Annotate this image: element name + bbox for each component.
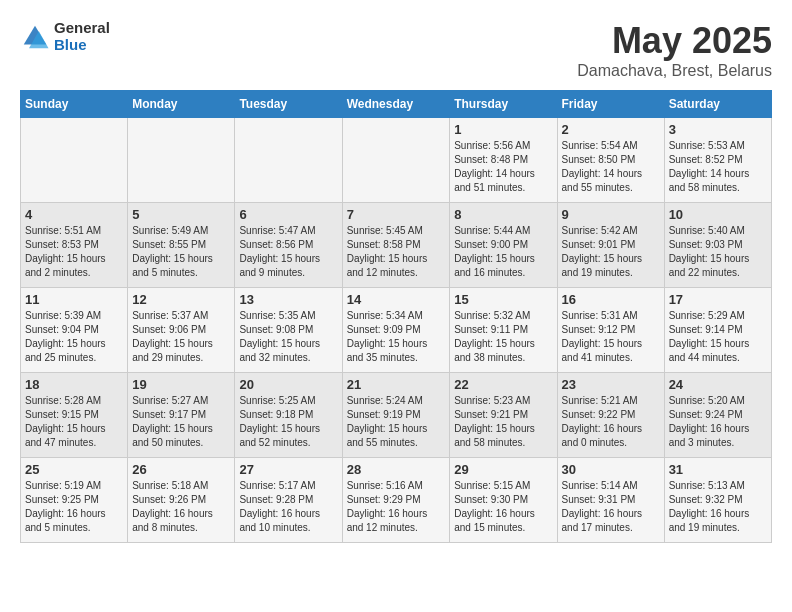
calendar-header: SundayMondayTuesdayWednesdayThursdayFrid…: [21, 91, 772, 118]
day-cell: [128, 118, 235, 203]
header-wednesday: Wednesday: [342, 91, 450, 118]
page-title: May 2025: [577, 20, 772, 62]
header-thursday: Thursday: [450, 91, 557, 118]
day-number: 14: [347, 292, 446, 307]
day-number: 24: [669, 377, 767, 392]
day-info: Sunrise: 5:49 AMSunset: 8:55 PMDaylight:…: [132, 224, 230, 280]
day-number: 6: [239, 207, 337, 222]
day-info: Sunrise: 5:45 AMSunset: 8:58 PMDaylight:…: [347, 224, 446, 280]
day-info: Sunrise: 5:13 AMSunset: 9:32 PMDaylight:…: [669, 479, 767, 535]
day-number: 26: [132, 462, 230, 477]
day-cell: 17Sunrise: 5:29 AMSunset: 9:14 PMDayligh…: [664, 288, 771, 373]
day-number: 31: [669, 462, 767, 477]
page-header: General Blue May 2025 Damachava, Brest, …: [20, 20, 772, 80]
day-info: Sunrise: 5:32 AMSunset: 9:11 PMDaylight:…: [454, 309, 552, 365]
day-number: 12: [132, 292, 230, 307]
day-number: 3: [669, 122, 767, 137]
day-info: Sunrise: 5:37 AMSunset: 9:06 PMDaylight:…: [132, 309, 230, 365]
day-number: 20: [239, 377, 337, 392]
day-info: Sunrise: 5:16 AMSunset: 9:29 PMDaylight:…: [347, 479, 446, 535]
day-cell: 7Sunrise: 5:45 AMSunset: 8:58 PMDaylight…: [342, 203, 450, 288]
day-cell: 30Sunrise: 5:14 AMSunset: 9:31 PMDayligh…: [557, 458, 664, 543]
week-row-1: 1Sunrise: 5:56 AMSunset: 8:48 PMDaylight…: [21, 118, 772, 203]
day-info: Sunrise: 5:54 AMSunset: 8:50 PMDaylight:…: [562, 139, 660, 195]
day-info: Sunrise: 5:44 AMSunset: 9:00 PMDaylight:…: [454, 224, 552, 280]
day-number: 15: [454, 292, 552, 307]
day-number: 17: [669, 292, 767, 307]
day-cell: 21Sunrise: 5:24 AMSunset: 9:19 PMDayligh…: [342, 373, 450, 458]
day-number: 30: [562, 462, 660, 477]
day-number: 18: [25, 377, 123, 392]
day-number: 25: [25, 462, 123, 477]
day-cell: [21, 118, 128, 203]
day-cell: [235, 118, 342, 203]
day-info: Sunrise: 5:20 AMSunset: 9:24 PMDaylight:…: [669, 394, 767, 450]
day-number: 1: [454, 122, 552, 137]
page-subtitle: Damachava, Brest, Belarus: [577, 62, 772, 80]
day-cell: 26Sunrise: 5:18 AMSunset: 9:26 PMDayligh…: [128, 458, 235, 543]
day-number: 8: [454, 207, 552, 222]
header-friday: Friday: [557, 91, 664, 118]
day-info: Sunrise: 5:29 AMSunset: 9:14 PMDaylight:…: [669, 309, 767, 365]
day-cell: [342, 118, 450, 203]
day-number: 23: [562, 377, 660, 392]
day-info: Sunrise: 5:51 AMSunset: 8:53 PMDaylight:…: [25, 224, 123, 280]
logo-general: General: [54, 20, 110, 37]
calendar-body: 1Sunrise: 5:56 AMSunset: 8:48 PMDaylight…: [21, 118, 772, 543]
title-block: May 2025 Damachava, Brest, Belarus: [577, 20, 772, 80]
day-info: Sunrise: 5:34 AMSunset: 9:09 PMDaylight:…: [347, 309, 446, 365]
day-info: Sunrise: 5:31 AMSunset: 9:12 PMDaylight:…: [562, 309, 660, 365]
header-row: SundayMondayTuesdayWednesdayThursdayFrid…: [21, 91, 772, 118]
week-row-2: 4Sunrise: 5:51 AMSunset: 8:53 PMDaylight…: [21, 203, 772, 288]
week-row-4: 18Sunrise: 5:28 AMSunset: 9:15 PMDayligh…: [21, 373, 772, 458]
logo-text: General Blue: [54, 20, 110, 53]
day-cell: 20Sunrise: 5:25 AMSunset: 9:18 PMDayligh…: [235, 373, 342, 458]
day-cell: 10Sunrise: 5:40 AMSunset: 9:03 PMDayligh…: [664, 203, 771, 288]
header-sunday: Sunday: [21, 91, 128, 118]
week-row-5: 25Sunrise: 5:19 AMSunset: 9:25 PMDayligh…: [21, 458, 772, 543]
day-number: 13: [239, 292, 337, 307]
day-info: Sunrise: 5:15 AMSunset: 9:30 PMDaylight:…: [454, 479, 552, 535]
day-cell: 9Sunrise: 5:42 AMSunset: 9:01 PMDaylight…: [557, 203, 664, 288]
day-cell: 15Sunrise: 5:32 AMSunset: 9:11 PMDayligh…: [450, 288, 557, 373]
header-monday: Monday: [128, 91, 235, 118]
day-cell: 27Sunrise: 5:17 AMSunset: 9:28 PMDayligh…: [235, 458, 342, 543]
day-cell: 16Sunrise: 5:31 AMSunset: 9:12 PMDayligh…: [557, 288, 664, 373]
day-cell: 8Sunrise: 5:44 AMSunset: 9:00 PMDaylight…: [450, 203, 557, 288]
day-info: Sunrise: 5:18 AMSunset: 9:26 PMDaylight:…: [132, 479, 230, 535]
logo-blue: Blue: [54, 37, 110, 54]
day-cell: 23Sunrise: 5:21 AMSunset: 9:22 PMDayligh…: [557, 373, 664, 458]
day-cell: 25Sunrise: 5:19 AMSunset: 9:25 PMDayligh…: [21, 458, 128, 543]
day-info: Sunrise: 5:39 AMSunset: 9:04 PMDaylight:…: [25, 309, 123, 365]
day-cell: 4Sunrise: 5:51 AMSunset: 8:53 PMDaylight…: [21, 203, 128, 288]
day-cell: 22Sunrise: 5:23 AMSunset: 9:21 PMDayligh…: [450, 373, 557, 458]
day-info: Sunrise: 5:17 AMSunset: 9:28 PMDaylight:…: [239, 479, 337, 535]
day-number: 27: [239, 462, 337, 477]
day-number: 2: [562, 122, 660, 137]
day-cell: 24Sunrise: 5:20 AMSunset: 9:24 PMDayligh…: [664, 373, 771, 458]
calendar-table: SundayMondayTuesdayWednesdayThursdayFrid…: [20, 90, 772, 543]
day-number: 29: [454, 462, 552, 477]
day-info: Sunrise: 5:40 AMSunset: 9:03 PMDaylight:…: [669, 224, 767, 280]
day-cell: 1Sunrise: 5:56 AMSunset: 8:48 PMDaylight…: [450, 118, 557, 203]
logo: General Blue: [20, 20, 110, 53]
week-row-3: 11Sunrise: 5:39 AMSunset: 9:04 PMDayligh…: [21, 288, 772, 373]
day-cell: 29Sunrise: 5:15 AMSunset: 9:30 PMDayligh…: [450, 458, 557, 543]
day-cell: 11Sunrise: 5:39 AMSunset: 9:04 PMDayligh…: [21, 288, 128, 373]
day-cell: 28Sunrise: 5:16 AMSunset: 9:29 PMDayligh…: [342, 458, 450, 543]
day-number: 19: [132, 377, 230, 392]
day-number: 9: [562, 207, 660, 222]
header-saturday: Saturday: [664, 91, 771, 118]
day-info: Sunrise: 5:56 AMSunset: 8:48 PMDaylight:…: [454, 139, 552, 195]
day-cell: 6Sunrise: 5:47 AMSunset: 8:56 PMDaylight…: [235, 203, 342, 288]
day-cell: 31Sunrise: 5:13 AMSunset: 9:32 PMDayligh…: [664, 458, 771, 543]
day-info: Sunrise: 5:23 AMSunset: 9:21 PMDaylight:…: [454, 394, 552, 450]
day-cell: 13Sunrise: 5:35 AMSunset: 9:08 PMDayligh…: [235, 288, 342, 373]
day-info: Sunrise: 5:42 AMSunset: 9:01 PMDaylight:…: [562, 224, 660, 280]
day-number: 10: [669, 207, 767, 222]
day-cell: 19Sunrise: 5:27 AMSunset: 9:17 PMDayligh…: [128, 373, 235, 458]
day-number: 7: [347, 207, 446, 222]
logo-icon: [20, 22, 50, 52]
day-number: 16: [562, 292, 660, 307]
day-cell: 5Sunrise: 5:49 AMSunset: 8:55 PMDaylight…: [128, 203, 235, 288]
